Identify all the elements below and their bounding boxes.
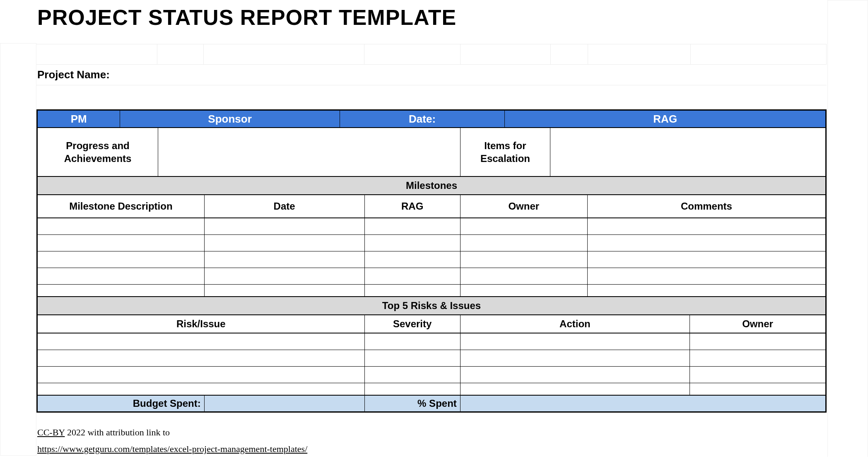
milestone-description[interactable] (38, 251, 205, 268)
risk-owner[interactable] (690, 367, 825, 383)
budget-percent-label[interactable]: % Spent (365, 396, 461, 411)
milestone-rag[interactable] (365, 251, 461, 268)
milestone-row (38, 251, 825, 268)
ghost-row (36, 44, 827, 65)
risk-severity[interactable] (365, 333, 461, 350)
milestone-row (38, 218, 825, 235)
project-name-row: Project Name: (36, 65, 827, 85)
milestone-description[interactable] (38, 235, 205, 251)
risk-owner[interactable] (690, 350, 825, 366)
header-date[interactable]: Date: (340, 111, 505, 127)
milestone-row (38, 268, 825, 285)
milestone-description[interactable] (38, 285, 205, 296)
license-rest: 2022 with attribution link to (65, 427, 170, 437)
risk-row (38, 367, 825, 383)
milestone-owner[interactable] (461, 218, 588, 234)
milestone-description[interactable] (38, 218, 205, 234)
milestone-row (38, 235, 825, 251)
milestones-col-comments[interactable]: Comments (588, 195, 825, 217)
budget-percent-value[interactable] (461, 396, 825, 411)
risks-col-owner[interactable]: Owner (690, 315, 825, 333)
risks-col-severity[interactable]: Severity (365, 315, 461, 333)
document-content: PROJECT STATUS REPORT TEMPLATE Project N… (36, 4, 827, 457)
header-row: PM Sponsor Date: RAG (38, 111, 825, 127)
risk-severity[interactable] (365, 350, 461, 366)
header-sponsor[interactable]: Sponsor (120, 111, 340, 127)
attribution: CC-BY 2022 with attribution link to http… (36, 424, 827, 457)
budget-spent-value[interactable] (205, 396, 365, 411)
risk-issue[interactable] (38, 367, 365, 383)
license-prefix: CC-BY (37, 427, 65, 437)
milestone-date[interactable] (205, 218, 365, 234)
milestone-owner[interactable] (461, 285, 588, 296)
risk-action[interactable] (461, 333, 690, 350)
risk-issue[interactable] (38, 383, 365, 395)
milestones-banner: Milestones (38, 177, 825, 195)
risk-owner[interactable] (690, 333, 825, 350)
risk-row (38, 333, 825, 350)
milestones-header: Milestone Description Date RAG Owner Com… (38, 195, 825, 218)
risk-action[interactable] (461, 350, 690, 366)
risk-row (38, 383, 825, 396)
risks-col-action[interactable]: Action (461, 315, 690, 333)
budget-row: Budget Spent: % Spent (38, 396, 825, 411)
project-name-label: Project Name: (36, 68, 110, 81)
milestone-date[interactable] (205, 235, 365, 251)
milestone-date[interactable] (205, 285, 365, 296)
attribution-link[interactable]: https://www.getguru.com/templates/excel-… (37, 444, 307, 454)
milestones-col-description[interactable]: Milestone Description (38, 195, 205, 217)
items-escalation-value[interactable] (550, 128, 825, 176)
milestone-rag[interactable] (365, 235, 461, 251)
milestone-owner[interactable] (461, 268, 588, 284)
ghost-grid (0, 43, 36, 456)
risks-banner: Top 5 Risks & Issues (38, 297, 825, 315)
risk-severity[interactable] (365, 367, 461, 383)
risks-header: Risk/Issue Severity Action Owner (38, 315, 825, 333)
milestone-rag[interactable] (365, 285, 461, 296)
milestone-owner[interactable] (461, 251, 588, 268)
risk-issue[interactable] (38, 350, 365, 366)
spreadsheet-canvas: PROJECT STATUS REPORT TEMPLATE Project N… (0, 0, 868, 457)
milestone-comments[interactable] (588, 251, 825, 268)
milestone-date[interactable] (205, 251, 365, 268)
risk-row (38, 350, 825, 367)
ghost-grid (827, 0, 868, 457)
header-rag[interactable]: RAG (505, 111, 825, 127)
risk-severity[interactable] (365, 383, 461, 395)
milestone-comments[interactable] (588, 235, 825, 251)
milestone-row (38, 285, 825, 297)
progress-achievements-value[interactable] (158, 128, 461, 176)
items-escalation-label[interactable]: Items for Escalation (461, 128, 550, 176)
milestones-col-date[interactable]: Date (205, 195, 365, 217)
attribution-line1: CC-BY 2022 with attribution link to (37, 424, 827, 441)
progress-row: Progress and Achievements Items for Esca… (38, 127, 825, 177)
milestones-col-rag[interactable]: RAG (365, 195, 461, 217)
risk-action[interactable] (461, 383, 690, 395)
report-outline: PM Sponsor Date: RAG Progress and Achiev… (36, 109, 827, 413)
budget-spent-label[interactable]: Budget Spent: (38, 396, 205, 411)
risks-col-risk[interactable]: Risk/Issue (38, 315, 365, 333)
attribution-line2: https://www.getguru.com/templates/excel-… (37, 441, 827, 457)
milestone-rag[interactable] (365, 218, 461, 234)
milestone-owner[interactable] (461, 235, 588, 251)
header-pm[interactable]: PM (38, 111, 120, 127)
risk-owner[interactable] (690, 383, 825, 395)
milestone-comments[interactable] (588, 218, 825, 234)
milestones-col-owner[interactable]: Owner (461, 195, 588, 217)
risk-action[interactable] (461, 367, 690, 383)
progress-achievements-label[interactable]: Progress and Achievements (38, 128, 158, 176)
milestone-rag[interactable] (365, 268, 461, 284)
page-title: PROJECT STATUS REPORT TEMPLATE (36, 4, 827, 44)
risk-issue[interactable] (38, 333, 365, 350)
milestone-description[interactable] (38, 268, 205, 284)
milestone-comments[interactable] (588, 285, 825, 296)
milestone-date[interactable] (205, 268, 365, 284)
milestone-comments[interactable] (588, 268, 825, 284)
